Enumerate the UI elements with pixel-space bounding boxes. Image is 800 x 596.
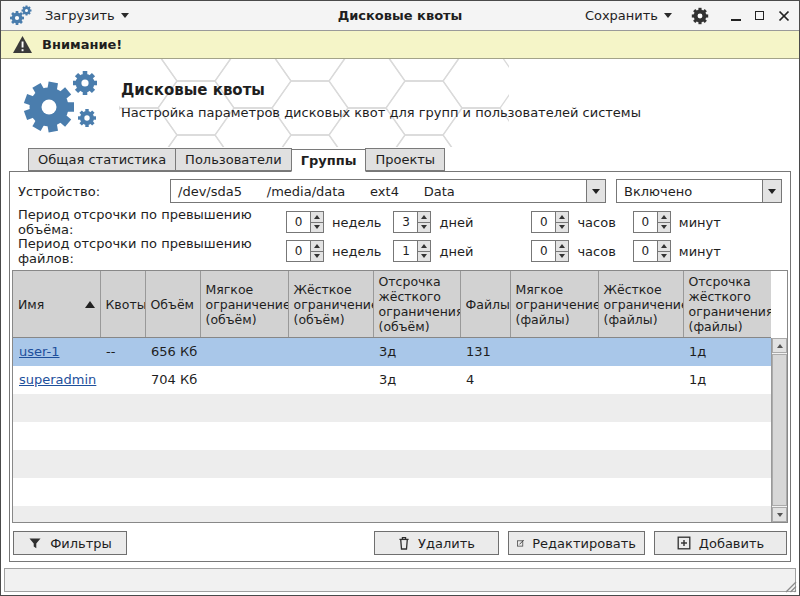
delete-button[interactable]: Удалить bbox=[374, 531, 499, 555]
scrollbar-up-button[interactable] bbox=[772, 338, 787, 353]
spinner-value[interactable]: 3 bbox=[394, 212, 417, 232]
spinner-up-icon bbox=[559, 215, 565, 219]
device-label: Устройство: bbox=[18, 184, 170, 199]
column-header-grace-files[interactable]: Отсрочка жёсткого ограничения (файлы) bbox=[683, 271, 771, 338]
device-select[interactable]: /dev/sda5 /media/data ext4 Data bbox=[170, 179, 606, 203]
spinner-down-button[interactable] bbox=[418, 251, 430, 262]
warning-bar: Внимание! bbox=[1, 31, 799, 59]
column-header-soft-files[interactable]: Мягкое ограничение (файлы) bbox=[510, 271, 598, 338]
spinner-value[interactable]: 0 bbox=[532, 241, 555, 261]
action-bar: Фильтры Удалить Редактировать bbox=[12, 531, 788, 555]
table-row-superadmin[interactable]: superadmin 704 Кб 3д 4 1д bbox=[13, 366, 771, 394]
spinner-value[interactable]: 0 bbox=[287, 212, 310, 232]
spinner-up-icon bbox=[421, 244, 427, 248]
scrollbar-thumb[interactable] bbox=[772, 354, 787, 506]
scrollbar-down-icon bbox=[777, 513, 783, 517]
tab-projects[interactable]: Проекты bbox=[365, 148, 445, 171]
settings-gear-icon[interactable] bbox=[690, 6, 710, 26]
tab-general-statistics[interactable]: Общая статистика bbox=[28, 148, 176, 171]
tab-users[interactable]: Пользователи bbox=[175, 148, 292, 171]
maximize-button[interactable] bbox=[752, 8, 767, 23]
page-subtitle: Настройка параметров дисковых квот для г… bbox=[121, 105, 641, 120]
spinner-down-button[interactable] bbox=[311, 222, 323, 233]
grace-files-row: Период отсрочки по превышению файлов: 0 … bbox=[12, 239, 788, 263]
spinner-up-button[interactable] bbox=[556, 212, 568, 222]
spinner-up-button[interactable] bbox=[658, 241, 670, 251]
spinner-down-button[interactable] bbox=[556, 222, 568, 233]
spinner-up-button[interactable] bbox=[658, 212, 670, 222]
dropdown-arrow-icon bbox=[592, 189, 600, 194]
app-gears-logo-icon bbox=[19, 67, 111, 139]
device-dropdown-button[interactable] bbox=[586, 180, 605, 202]
spinner-up-button[interactable] bbox=[418, 212, 430, 222]
minimize-icon bbox=[731, 19, 741, 21]
load-button[interactable]: Загрузить bbox=[41, 6, 133, 25]
spinner-down-button[interactable] bbox=[556, 251, 568, 262]
warning-text: Внимание! bbox=[42, 37, 122, 52]
user-link[interactable]: superadmin bbox=[19, 372, 96, 387]
spinner-up-icon bbox=[314, 244, 320, 248]
column-header-hard-volume[interactable]: Жёсткое ограничение (объём) bbox=[288, 271, 373, 338]
spinner-down-icon bbox=[421, 225, 427, 229]
page-title: Дисковые квоты bbox=[121, 81, 265, 99]
spinner-value[interactable]: 0 bbox=[532, 212, 555, 232]
spinner-value[interactable]: 1 bbox=[394, 241, 417, 261]
column-header-quotas[interactable]: Квоты bbox=[100, 271, 145, 338]
minutes-unit-label: минут bbox=[679, 244, 721, 259]
spinner-down-icon bbox=[559, 225, 565, 229]
column-header-hard-files[interactable]: Жёсткое ограничение (файлы) bbox=[598, 271, 683, 338]
volume-days-spinner[interactable]: 3 bbox=[393, 211, 431, 233]
minimize-button[interactable] bbox=[728, 8, 743, 23]
files-minutes-spinner[interactable]: 0 bbox=[633, 240, 671, 262]
quota-state-select[interactable]: Включено bbox=[616, 179, 782, 203]
spinner-down-icon bbox=[314, 225, 320, 229]
grace-volume-label: Период отсрочки по превышению объёма: bbox=[18, 207, 286, 237]
quota-table: Имя Квоты Объём Мягкое ограничение (объё… bbox=[13, 271, 771, 523]
files-days-spinner[interactable]: 1 bbox=[393, 240, 431, 262]
spinner-value[interactable]: 0 bbox=[634, 212, 657, 232]
files-weeks-spinner[interactable]: 0 bbox=[286, 240, 324, 262]
spinner-down-button[interactable] bbox=[311, 251, 323, 262]
spinner-down-icon bbox=[314, 254, 320, 258]
table-row-user-1[interactable]: user-1 -- 656 Кб 3д 131 1д bbox=[13, 338, 771, 366]
volume-hours-spinner[interactable]: 0 bbox=[531, 211, 569, 233]
close-button[interactable] bbox=[776, 8, 791, 23]
spinner-up-button[interactable] bbox=[311, 241, 323, 251]
files-hours-spinner[interactable]: 0 bbox=[531, 240, 569, 262]
tab-groups[interactable]: Группы bbox=[291, 149, 367, 172]
spinner-down-icon bbox=[661, 225, 667, 229]
spinner-down-icon bbox=[559, 254, 565, 258]
user-link[interactable]: user-1 bbox=[19, 344, 60, 359]
state-dropdown-button[interactable] bbox=[762, 180, 781, 202]
device-select-value: /dev/sda5 /media/data ext4 Data bbox=[171, 180, 586, 202]
spinner-up-button[interactable] bbox=[556, 241, 568, 251]
edit-button[interactable]: Редактировать bbox=[508, 531, 645, 555]
spinner-down-button[interactable] bbox=[658, 251, 670, 262]
scrollbar-track[interactable] bbox=[772, 353, 787, 507]
dropdown-arrow-icon bbox=[768, 189, 776, 194]
spinner-up-button[interactable] bbox=[418, 241, 430, 251]
spinner-down-button[interactable] bbox=[658, 222, 670, 233]
spinner-value[interactable]: 0 bbox=[287, 241, 310, 261]
titlebar: Загрузить Дисковые квоты Сохранить bbox=[1, 1, 799, 31]
volume-minutes-spinner[interactable]: 0 bbox=[633, 211, 671, 233]
column-header-name[interactable]: Имя bbox=[13, 271, 100, 338]
resize-grip-icon[interactable] bbox=[784, 580, 797, 593]
volume-weeks-spinner[interactable]: 0 bbox=[286, 211, 324, 233]
spinner-down-button[interactable] bbox=[418, 222, 430, 233]
save-button[interactable]: Сохранить bbox=[581, 6, 676, 25]
days-unit-label: дней bbox=[439, 244, 473, 259]
column-header-files[interactable]: Файлы bbox=[460, 271, 510, 338]
spinner-up-button[interactable] bbox=[311, 212, 323, 222]
column-header-grace-volume[interactable]: Отсрочка жёсткого ограничения (объём) bbox=[373, 271, 460, 338]
column-header-volume[interactable]: Объём bbox=[145, 271, 200, 338]
add-button[interactable]: Добавить bbox=[654, 531, 787, 555]
spinner-value[interactable]: 0 bbox=[634, 241, 657, 261]
column-header-soft-volume[interactable]: Мягкое ограничение (объём) bbox=[200, 271, 288, 338]
scrollbar-down-button[interactable] bbox=[772, 507, 787, 522]
table-header-row: Имя Квоты Объём Мягкое ограничение (объё… bbox=[13, 271, 771, 338]
vertical-scrollbar[interactable] bbox=[771, 338, 787, 522]
chevron-down-icon bbox=[664, 13, 672, 18]
filters-button[interactable]: Фильтры bbox=[13, 531, 127, 555]
sort-ascending-icon bbox=[85, 301, 95, 308]
